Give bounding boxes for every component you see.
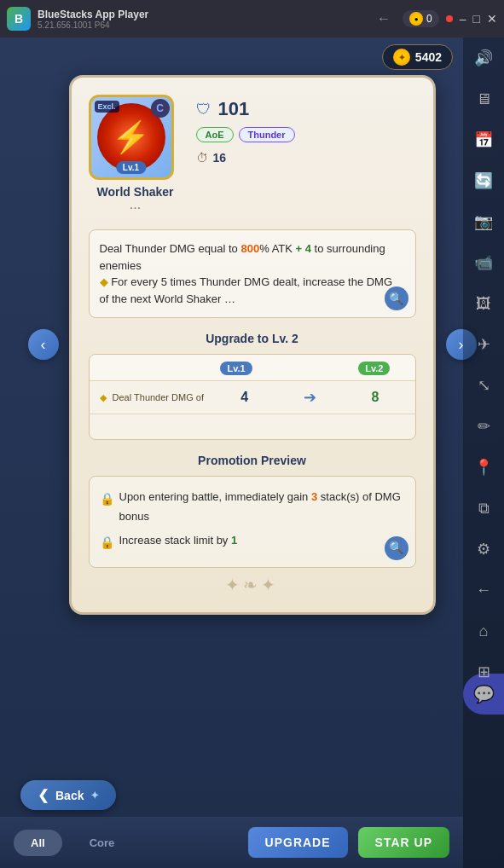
skill-level-num: 101 (218, 98, 250, 120)
desc-line3: For every 5 times Thunder DMG dealt, inc… (100, 275, 393, 305)
skill-card: Excl. C ⚡ Lv.1 World Shaker ··· 🛡 101 (69, 75, 436, 615)
back-button[interactable]: ❮ Back ✦ (20, 780, 116, 810)
col-lv2: Lv.2 (333, 355, 414, 380)
sidebar-resize-icon[interactable]: ⤡ (470, 372, 497, 399)
gold-amount: 5402 (415, 50, 442, 64)
desc-diamond-icon: ◆ (100, 275, 112, 288)
upgrade-dots: ··· (89, 200, 182, 216)
sidebar-location-icon[interactable]: 📍 (470, 454, 497, 481)
back-arrow-icon: ❮ (38, 787, 49, 803)
sidebar-back-icon[interactable]: ← (470, 576, 497, 604)
bottom-bar: All Core UPGRADE STAR UP (0, 817, 463, 868)
skill-level-row: 🛡 101 (196, 98, 416, 120)
upgrade-val-old: 4 (208, 390, 281, 405)
right-sidebar: 🔊 🖥 📅 🔄 📷 📹 🖼 ✈ ⤡ ✏ 📍 ⧉ ⚙ ← ⌂ ⊞ (463, 38, 504, 868)
coin-icon: ● (409, 12, 423, 26)
nav-back-btn[interactable]: ← (372, 9, 396, 28)
promo-icon-1: 🔒 (100, 489, 114, 510)
titlebar-info: BlueStacks App Player 5.21.656.1001 P64 (38, 9, 365, 30)
close-dot (446, 15, 453, 22)
card-header: Excl. C ⚡ Lv.1 World Shaker ··· 🛡 101 (89, 95, 416, 216)
sidebar-home-icon[interactable]: ⌂ (470, 617, 497, 645)
upgrade-row-empty (90, 414, 415, 439)
close-btn[interactable]: ✕ (487, 12, 497, 26)
upgrade-val-new: 8 (339, 390, 411, 405)
tag-thunder: Thunder (239, 127, 295, 142)
promotion-section: Promotion Preview 🔒 Upon entering battle… (89, 454, 416, 568)
gold-display: ✦ 5402 (382, 44, 453, 70)
lv2-badge: Lv.2 (358, 362, 390, 375)
desc-plus: + 4 (296, 242, 311, 255)
titlebar: B BlueStacks App Player 5.21.656.1001 P6… (0, 0, 504, 38)
nav-left-arrow[interactable]: ‹ (28, 329, 59, 360)
skill-name: World Shaker (89, 185, 182, 199)
lv1-badge: Lv.1 (220, 362, 252, 375)
upgrade-button[interactable]: UPGRADE (248, 827, 348, 858)
card-container: ‹ › Excl. C ⚡ Lv.1 World Shaker ··· (69, 75, 436, 615)
description-box: Deal Thunder DMG equal to 800% ATK + 4 t… (89, 229, 416, 318)
sidebar-volume-icon[interactable]: 🔊 (470, 44, 497, 72)
promo-row-1: 🔒 Upon entering battle, immediately gain… (100, 487, 405, 527)
bluestacks-logo: B (7, 7, 31, 31)
promo-text-1: Upon entering battle, immediately gain 3… (119, 487, 405, 527)
game-area: ✦ 5402 ‹ › Excl. C ⚡ Lv.1 World Shaker (0, 38, 504, 868)
sidebar-display-icon[interactable]: 🖥 (470, 85, 497, 113)
app-version: 5.21.656.1001 P64 (38, 20, 365, 30)
upgrade-row-1: ◆ Deal Thunder DMG of 4 ➔ 8 (90, 380, 415, 414)
excl-badge: Excl. (95, 101, 119, 113)
shield-icon: 🛡 (196, 101, 211, 119)
upgrade-header: Lv.1 Lv.2 (90, 355, 415, 380)
upgrade-arrow-icon: ➔ (281, 388, 339, 407)
sidebar-settings-icon[interactable]: ⚙ (470, 535, 497, 563)
sidebar-video-icon[interactable]: 📹 (470, 249, 497, 276)
timer-row: ⏱ 16 (196, 151, 416, 165)
sidebar-plane-icon[interactable]: ✈ (470, 331, 497, 358)
upgrade-table: Lv.1 Lv.2 ◆ Deal Thunder DMG of 4 (89, 354, 416, 440)
minimize-btn[interactable]: – (460, 12, 466, 26)
coin-area: ● 0 (403, 10, 439, 27)
promo-text-2: Increase stack limit by 1 (119, 530, 405, 550)
promo-row-2: 🔒 Increase stack limit by 1 (100, 530, 405, 553)
sidebar-layers-icon[interactable]: ⧉ (470, 495, 497, 522)
tag-row: AoE Thunder (196, 127, 416, 142)
tab-core[interactable]: Core (72, 830, 132, 856)
upgrade-row-label: ◆ Deal Thunder DMG of (93, 392, 209, 403)
sidebar-image-icon[interactable]: 🖼 (470, 290, 497, 317)
back-label: Back (55, 789, 84, 802)
tag-aoe: AoE (196, 127, 234, 142)
sidebar-calendar-icon[interactable]: 📅 (470, 126, 497, 153)
sidebar-camera-icon[interactable]: 📷 (470, 208, 497, 235)
zoom-desc-btn[interactable]: 🔍 (385, 286, 408, 310)
col-arrow-header (277, 355, 334, 380)
desc-pct: 800 (240, 242, 259, 255)
maximize-btn[interactable]: □ (473, 12, 480, 26)
skill-icon-frame: Excl. C ⚡ Lv.1 (89, 95, 174, 180)
desc-text-pct-sign: % ATK (259, 242, 295, 255)
promo-val-2: 1 (231, 534, 237, 547)
tab-all[interactable]: All (14, 830, 62, 856)
starup-button[interactable]: STAR UP (358, 827, 449, 858)
card-decoration: ✦❧✦ (89, 575, 416, 595)
sidebar-apps-icon[interactable]: ⊞ (470, 658, 497, 686)
upgrade-section: Upgrade to Lv. 2 Lv.1 Lv.2 (89, 332, 416, 440)
timer-val: 16 (213, 151, 227, 165)
level-badge: Lv.1 (116, 161, 146, 174)
sidebar-rotate-icon[interactable]: 🔄 (470, 167, 497, 194)
timer-icon: ⏱ (196, 151, 208, 165)
skill-info: 🛡 101 AoE Thunder ⏱ 16 (196, 95, 416, 216)
skill-icon-wrapper: Excl. C ⚡ Lv.1 World Shaker ··· (89, 95, 182, 216)
upgrade-title: Upgrade to Lv. 2 (89, 332, 416, 345)
promotion-box: 🔒 Upon entering battle, immediately gain… (89, 476, 416, 568)
promo-val-1: 3 (311, 490, 317, 503)
sidebar-edit-icon[interactable]: ✏ (470, 413, 497, 440)
coin-count: 0 (426, 13, 432, 25)
zoom-promo-btn[interactable]: 🔍 (385, 536, 408, 560)
promo-icon-2: 🔒 (100, 532, 114, 553)
back-sparkle: ✦ (90, 790, 99, 801)
gold-coin-icon: ✦ (393, 49, 410, 66)
col-lv1: Lv.1 (195, 355, 276, 380)
desc-text-prefix: Deal Thunder DMG equal to (100, 242, 241, 255)
promotion-title: Promotion Preview (89, 454, 416, 467)
c-icon: C (151, 99, 170, 118)
app-name: BlueStacks App Player (38, 9, 365, 20)
